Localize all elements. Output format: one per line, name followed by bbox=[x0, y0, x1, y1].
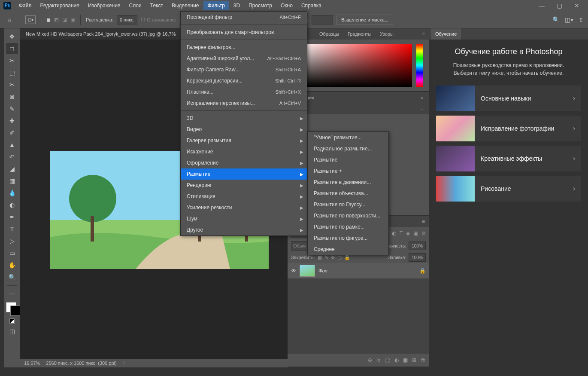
filter-smart-icon[interactable]: ▣ bbox=[413, 230, 418, 236]
maximize-button[interactable]: ▢ bbox=[553, 1, 566, 10]
tab-learn[interactable]: Обучение bbox=[431, 28, 461, 40]
filter-item[interactable]: Пластика...Shift+Ctrl+X bbox=[181, 86, 307, 98]
opacity-value[interactable]: 100% bbox=[409, 241, 426, 250]
learn-card-painting[interactable]: Рисование › bbox=[436, 176, 581, 202]
layer-mask-icon[interactable]: ◯ bbox=[385, 357, 390, 363]
shape-tool[interactable]: ▭ bbox=[6, 248, 18, 259]
zoom-tool[interactable]: 🔍 bbox=[6, 272, 18, 283]
filter-item[interactable]: Шум▶ bbox=[181, 213, 307, 224]
layer-name[interactable]: Фон bbox=[318, 268, 327, 273]
filter-item[interactable]: Размытие▶ bbox=[181, 168, 307, 180]
filter-item[interactable]: Исправление перспективы...Alt+Ctrl+V bbox=[181, 98, 307, 109]
gradient-tool[interactable]: ▦ bbox=[6, 175, 18, 186]
correction-panel-menu-icon[interactable]: ≡ bbox=[418, 95, 426, 100]
filter-toggle-icon[interactable]: ⊘ bbox=[421, 230, 426, 236]
blur-item[interactable]: Размытие по поверхности... bbox=[308, 210, 388, 221]
learn-card-photo-fix[interactable]: Исправление фотографии › bbox=[436, 116, 581, 141]
feather-input[interactable] bbox=[117, 15, 137, 24]
eraser-tool[interactable]: ◢ bbox=[6, 163, 18, 174]
sel-sub-icon[interactable]: ◪ bbox=[62, 17, 67, 23]
filter-shape-icon[interactable]: ◈ bbox=[406, 230, 410, 236]
fill-value[interactable]: 100% bbox=[409, 253, 426, 262]
workspace-icon[interactable]: ◫▾ bbox=[565, 16, 573, 23]
screen-mode[interactable]: ◫ bbox=[6, 326, 18, 337]
menu-view[interactable]: Просмотр bbox=[244, 1, 276, 10]
filter-item[interactable]: Усиление резкости▶ bbox=[181, 202, 307, 213]
lock-artboard-icon[interactable]: ▢ bbox=[337, 255, 342, 260]
antialias-checkbox[interactable]: ☐ Сглаживание bbox=[141, 17, 176, 22]
blur-item[interactable]: Размытие по фигуре... bbox=[308, 232, 388, 244]
tab-swatches[interactable]: Образцы bbox=[315, 28, 343, 40]
menu-help[interactable]: Справка bbox=[297, 1, 326, 10]
filter-item[interactable]: Коррекция дисторсии...Shift+Ctrl+R bbox=[181, 75, 307, 86]
menu-layers[interactable]: Слои bbox=[125, 1, 146, 10]
share-icon[interactable]: ⇪ bbox=[579, 16, 584, 23]
filter-item[interactable]: Галерея фильтров... bbox=[181, 42, 307, 53]
layer-fx-icon[interactable]: fx bbox=[376, 357, 380, 363]
filter-item[interactable]: Преобразовать для смарт-фильтров bbox=[181, 27, 307, 38]
group-icon[interactable]: ▣ bbox=[403, 357, 408, 363]
blur-item[interactable]: Радиальное размытие... bbox=[308, 143, 388, 154]
search-icon[interactable]: 🔍 bbox=[552, 16, 560, 23]
close-button[interactable]: ✕ bbox=[571, 1, 583, 10]
blur-item[interactable]: "Умное" размытие... bbox=[308, 132, 388, 143]
adjustment-layer-icon[interactable]: ◐ bbox=[394, 357, 399, 363]
link-layers-icon[interactable]: ⊖ bbox=[368, 357, 372, 363]
learn-card-basics[interactable]: Основные навыки › bbox=[436, 86, 581, 111]
blur-item[interactable]: Размытие по Гауссу... bbox=[308, 199, 388, 210]
layer-visibility-icon[interactable]: 👁 bbox=[291, 268, 296, 274]
stamp-tool[interactable]: ▲ bbox=[6, 139, 18, 150]
color-panel-menu-icon[interactable]: ≡ bbox=[419, 31, 427, 37]
blur-item[interactable]: Размытие по рамке... bbox=[308, 221, 388, 232]
pen-tool[interactable]: ✒ bbox=[6, 211, 18, 223]
filter-item[interactable]: Последний фильтрAlt+Ctrl+F bbox=[181, 12, 307, 23]
lasso-tool[interactable]: ✂ bbox=[6, 55, 18, 66]
edit-toolbar[interactable]: ⋯ bbox=[6, 288, 18, 300]
layers-panel-menu-icon[interactable]: ≡ bbox=[419, 218, 427, 224]
bg-color[interactable] bbox=[10, 306, 21, 316]
tab-patterns[interactable]: Узоры bbox=[376, 28, 398, 40]
filter-item[interactable]: Другое▶ bbox=[181, 224, 307, 235]
tab-gradients[interactable]: Градиенты bbox=[343, 28, 376, 40]
layer-thumbnail[interactable] bbox=[300, 265, 315, 277]
hand-tool[interactable]: ✋ bbox=[6, 260, 18, 271]
layer-row-background[interactable]: 👁 Фон 🔒 bbox=[288, 263, 429, 278]
brush-tool[interactable]: ✐ bbox=[6, 127, 18, 138]
menu-file[interactable]: Файл bbox=[15, 1, 36, 10]
properties-doc-header[interactable]: мент ≡ bbox=[288, 103, 429, 114]
home-icon[interactable]: ⌂ bbox=[4, 15, 15, 25]
filter-item[interactable]: Стилизация▶ bbox=[181, 191, 307, 202]
frame-tool[interactable]: ⊠ bbox=[6, 91, 18, 102]
quick-select-tool[interactable]: ⬚ bbox=[6, 67, 18, 78]
menu-edit[interactable]: Редактирование bbox=[36, 1, 84, 10]
eyedropper-tool[interactable]: ✎ bbox=[6, 103, 18, 114]
lock-transparent-icon[interactable]: ▦ bbox=[318, 255, 322, 260]
menu-filter[interactable]: Фильтр bbox=[203, 1, 229, 10]
marquee-tool[interactable]: ◻ bbox=[6, 43, 18, 54]
doc-dimensions[interactable]: 2560 пикс. x 1600 пикс. (300 ppi) bbox=[46, 361, 116, 366]
filter-item[interactable]: Адаптивный широкий угол...Alt+Shift+Ctrl… bbox=[181, 53, 307, 64]
filter-item[interactable]: Рендеринг▶ bbox=[181, 180, 307, 191]
select-and-mask-button[interactable]: Выделение и маска... bbox=[336, 15, 393, 25]
move-tool[interactable]: ✥ bbox=[6, 31, 18, 42]
learn-card-effects[interactable]: Креативные эффекты › bbox=[436, 146, 581, 171]
lock-position-icon[interactable]: ✥ bbox=[331, 255, 335, 260]
blur-item[interactable]: Размытие bbox=[308, 154, 388, 165]
history-brush-tool[interactable]: ↶ bbox=[6, 151, 18, 162]
menu-3d[interactable]: 3D bbox=[229, 1, 244, 10]
document-tab[interactable]: New Mixed HD Wallpapers Pack 264_igoryk_… bbox=[20, 28, 182, 40]
lock-all-icon[interactable]: 🔒 bbox=[344, 255, 350, 260]
filter-adjust-icon[interactable]: ◐ bbox=[392, 230, 396, 236]
color-picker-field[interactable] bbox=[300, 44, 412, 87]
panel-collapse-strip[interactable] bbox=[0, 28, 4, 367]
blur-tool[interactable]: 💧 bbox=[6, 187, 18, 199]
menu-text[interactable]: Текст bbox=[146, 1, 167, 10]
quick-mask-toggle[interactable] bbox=[9, 316, 15, 325]
menu-select[interactable]: Выделение bbox=[167, 1, 203, 10]
filter-type-icon[interactable]: T bbox=[400, 230, 403, 236]
healing-tool[interactable]: ✚ bbox=[6, 115, 18, 126]
status-chevron-icon[interactable]: 〉 bbox=[123, 360, 127, 367]
height-input[interactable] bbox=[312, 15, 333, 24]
new-layer-icon[interactable]: ⊞ bbox=[412, 357, 416, 363]
lock-paint-icon[interactable]: ✎ bbox=[324, 255, 328, 260]
